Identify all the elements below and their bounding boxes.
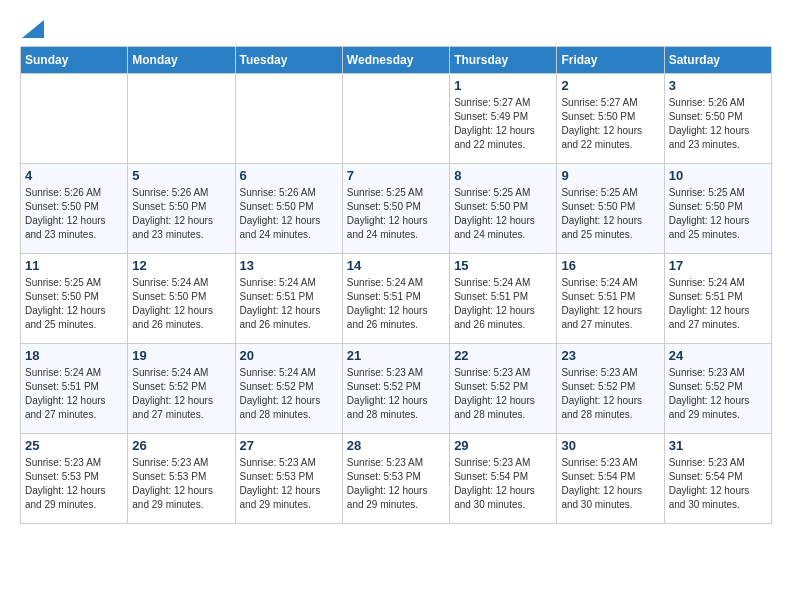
- day-info: Sunrise: 5:25 AM Sunset: 5:50 PM Dayligh…: [669, 186, 767, 242]
- day-info: Sunrise: 5:23 AM Sunset: 5:52 PM Dayligh…: [347, 366, 445, 422]
- header-friday: Friday: [557, 47, 664, 74]
- day-info: Sunrise: 5:23 AM Sunset: 5:54 PM Dayligh…: [454, 456, 552, 512]
- table-row: 14Sunrise: 5:24 AM Sunset: 5:51 PM Dayli…: [342, 254, 449, 344]
- table-row: 11Sunrise: 5:25 AM Sunset: 5:50 PM Dayli…: [21, 254, 128, 344]
- day-info: Sunrise: 5:25 AM Sunset: 5:50 PM Dayligh…: [25, 276, 123, 332]
- calendar-week-row: 1Sunrise: 5:27 AM Sunset: 5:49 PM Daylig…: [21, 74, 772, 164]
- day-number: 10: [669, 168, 767, 183]
- table-row: [235, 74, 342, 164]
- table-row: 25Sunrise: 5:23 AM Sunset: 5:53 PM Dayli…: [21, 434, 128, 524]
- table-row: 4Sunrise: 5:26 AM Sunset: 5:50 PM Daylig…: [21, 164, 128, 254]
- day-info: Sunrise: 5:25 AM Sunset: 5:50 PM Dayligh…: [347, 186, 445, 242]
- table-row: 17Sunrise: 5:24 AM Sunset: 5:51 PM Dayli…: [664, 254, 771, 344]
- logo-icon: [22, 20, 44, 38]
- table-row: 28Sunrise: 5:23 AM Sunset: 5:53 PM Dayli…: [342, 434, 449, 524]
- table-row: 1Sunrise: 5:27 AM Sunset: 5:49 PM Daylig…: [450, 74, 557, 164]
- day-info: Sunrise: 5:26 AM Sunset: 5:50 PM Dayligh…: [132, 186, 230, 242]
- day-number: 11: [25, 258, 123, 273]
- day-number: 27: [240, 438, 338, 453]
- table-row: [21, 74, 128, 164]
- day-info: Sunrise: 5:27 AM Sunset: 5:49 PM Dayligh…: [454, 96, 552, 152]
- day-info: Sunrise: 5:24 AM Sunset: 5:51 PM Dayligh…: [25, 366, 123, 422]
- day-info: Sunrise: 5:26 AM Sunset: 5:50 PM Dayligh…: [669, 96, 767, 152]
- day-info: Sunrise: 5:24 AM Sunset: 5:51 PM Dayligh…: [669, 276, 767, 332]
- day-number: 13: [240, 258, 338, 273]
- day-info: Sunrise: 5:23 AM Sunset: 5:52 PM Dayligh…: [669, 366, 767, 422]
- day-number: 8: [454, 168, 552, 183]
- day-number: 28: [347, 438, 445, 453]
- table-row: 9Sunrise: 5:25 AM Sunset: 5:50 PM Daylig…: [557, 164, 664, 254]
- day-number: 30: [561, 438, 659, 453]
- day-number: 15: [454, 258, 552, 273]
- table-row: 16Sunrise: 5:24 AM Sunset: 5:51 PM Dayli…: [557, 254, 664, 344]
- day-number: 4: [25, 168, 123, 183]
- header-sunday: Sunday: [21, 47, 128, 74]
- day-info: Sunrise: 5:23 AM Sunset: 5:52 PM Dayligh…: [454, 366, 552, 422]
- table-row: 30Sunrise: 5:23 AM Sunset: 5:54 PM Dayli…: [557, 434, 664, 524]
- table-row: 15Sunrise: 5:24 AM Sunset: 5:51 PM Dayli…: [450, 254, 557, 344]
- table-row: 21Sunrise: 5:23 AM Sunset: 5:52 PM Dayli…: [342, 344, 449, 434]
- day-info: Sunrise: 5:23 AM Sunset: 5:54 PM Dayligh…: [561, 456, 659, 512]
- table-row: 8Sunrise: 5:25 AM Sunset: 5:50 PM Daylig…: [450, 164, 557, 254]
- table-row: [128, 74, 235, 164]
- day-info: Sunrise: 5:25 AM Sunset: 5:50 PM Dayligh…: [561, 186, 659, 242]
- day-info: Sunrise: 5:26 AM Sunset: 5:50 PM Dayligh…: [25, 186, 123, 242]
- day-number: 12: [132, 258, 230, 273]
- day-info: Sunrise: 5:24 AM Sunset: 5:51 PM Dayligh…: [347, 276, 445, 332]
- header-thursday: Thursday: [450, 47, 557, 74]
- table-row: 5Sunrise: 5:26 AM Sunset: 5:50 PM Daylig…: [128, 164, 235, 254]
- table-row: 10Sunrise: 5:25 AM Sunset: 5:50 PM Dayli…: [664, 164, 771, 254]
- calendar-week-row: 18Sunrise: 5:24 AM Sunset: 5:51 PM Dayli…: [21, 344, 772, 434]
- header-tuesday: Tuesday: [235, 47, 342, 74]
- day-number: 26: [132, 438, 230, 453]
- table-row: 26Sunrise: 5:23 AM Sunset: 5:53 PM Dayli…: [128, 434, 235, 524]
- day-info: Sunrise: 5:24 AM Sunset: 5:51 PM Dayligh…: [240, 276, 338, 332]
- day-info: Sunrise: 5:26 AM Sunset: 5:50 PM Dayligh…: [240, 186, 338, 242]
- table-row: 24Sunrise: 5:23 AM Sunset: 5:52 PM Dayli…: [664, 344, 771, 434]
- day-number: 9: [561, 168, 659, 183]
- table-row: 7Sunrise: 5:25 AM Sunset: 5:50 PM Daylig…: [342, 164, 449, 254]
- day-number: 1: [454, 78, 552, 93]
- calendar-week-row: 4Sunrise: 5:26 AM Sunset: 5:50 PM Daylig…: [21, 164, 772, 254]
- day-number: 16: [561, 258, 659, 273]
- day-number: 7: [347, 168, 445, 183]
- calendar-table: Sunday Monday Tuesday Wednesday Thursday…: [20, 46, 772, 524]
- day-number: 29: [454, 438, 552, 453]
- day-info: Sunrise: 5:24 AM Sunset: 5:52 PM Dayligh…: [132, 366, 230, 422]
- day-number: 6: [240, 168, 338, 183]
- day-info: Sunrise: 5:23 AM Sunset: 5:53 PM Dayligh…: [132, 456, 230, 512]
- day-number: 31: [669, 438, 767, 453]
- day-number: 3: [669, 78, 767, 93]
- day-info: Sunrise: 5:23 AM Sunset: 5:54 PM Dayligh…: [669, 456, 767, 512]
- page-header: [20, 20, 772, 36]
- day-number: 22: [454, 348, 552, 363]
- day-number: 5: [132, 168, 230, 183]
- header-saturday: Saturday: [664, 47, 771, 74]
- table-row: 19Sunrise: 5:24 AM Sunset: 5:52 PM Dayli…: [128, 344, 235, 434]
- table-row: 31Sunrise: 5:23 AM Sunset: 5:54 PM Dayli…: [664, 434, 771, 524]
- day-info: Sunrise: 5:23 AM Sunset: 5:52 PM Dayligh…: [561, 366, 659, 422]
- day-number: 24: [669, 348, 767, 363]
- day-number: 19: [132, 348, 230, 363]
- logo: [20, 20, 44, 36]
- day-number: 20: [240, 348, 338, 363]
- day-info: Sunrise: 5:24 AM Sunset: 5:51 PM Dayligh…: [454, 276, 552, 332]
- day-number: 17: [669, 258, 767, 273]
- svg-marker-0: [22, 20, 44, 38]
- day-info: Sunrise: 5:24 AM Sunset: 5:51 PM Dayligh…: [561, 276, 659, 332]
- day-info: Sunrise: 5:24 AM Sunset: 5:50 PM Dayligh…: [132, 276, 230, 332]
- table-row: 22Sunrise: 5:23 AM Sunset: 5:52 PM Dayli…: [450, 344, 557, 434]
- day-number: 18: [25, 348, 123, 363]
- day-number: 2: [561, 78, 659, 93]
- header-wednesday: Wednesday: [342, 47, 449, 74]
- day-number: 23: [561, 348, 659, 363]
- day-info: Sunrise: 5:27 AM Sunset: 5:50 PM Dayligh…: [561, 96, 659, 152]
- day-number: 25: [25, 438, 123, 453]
- table-row: 12Sunrise: 5:24 AM Sunset: 5:50 PM Dayli…: [128, 254, 235, 344]
- day-info: Sunrise: 5:23 AM Sunset: 5:53 PM Dayligh…: [347, 456, 445, 512]
- table-row: 20Sunrise: 5:24 AM Sunset: 5:52 PM Dayli…: [235, 344, 342, 434]
- table-row: 2Sunrise: 5:27 AM Sunset: 5:50 PM Daylig…: [557, 74, 664, 164]
- table-row: 3Sunrise: 5:26 AM Sunset: 5:50 PM Daylig…: [664, 74, 771, 164]
- day-info: Sunrise: 5:23 AM Sunset: 5:53 PM Dayligh…: [25, 456, 123, 512]
- day-number: 21: [347, 348, 445, 363]
